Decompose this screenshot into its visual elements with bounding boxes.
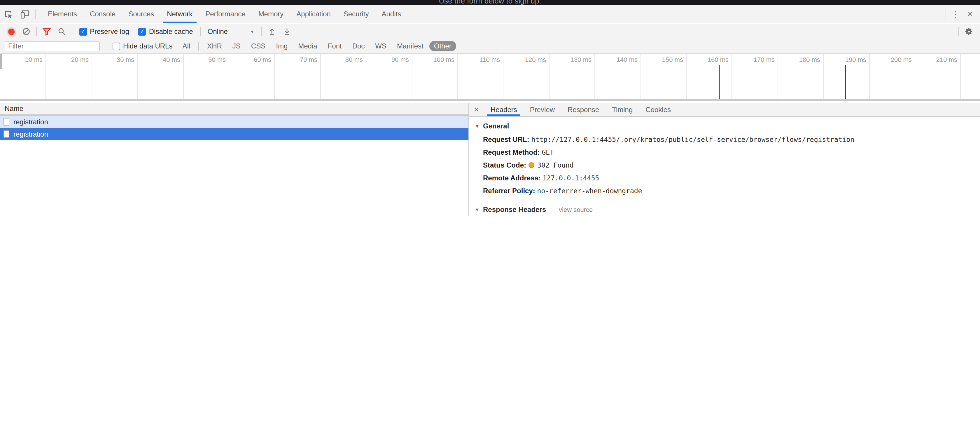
details-tab[interactable]: Cookies	[639, 103, 677, 116]
devtools-tab[interactable]: Memory	[252, 5, 290, 23]
timeline-tick-label: 200 ms	[891, 56, 912, 63]
details-tab[interactable]: Headers	[484, 103, 523, 116]
checkbox-unchecked-icon	[113, 42, 120, 50]
timeline-tick-label: 140 ms	[617, 56, 638, 63]
general-section-header[interactable]: ▼ General	[475, 120, 974, 132]
timeline-gridline	[366, 54, 366, 99]
devtools-tab[interactable]: Performance	[199, 5, 252, 23]
filter-pill[interactable]: WS	[371, 41, 391, 51]
filter-input[interactable]	[5, 41, 100, 51]
filter-pill[interactable]: CSS	[247, 41, 270, 51]
details-tab[interactable]: Preview	[523, 103, 561, 116]
import-har-icon[interactable]	[264, 25, 279, 38]
filter-pill[interactable]: All	[178, 41, 195, 51]
preserve-log-label: Preserve log	[90, 27, 129, 36]
filter-pill[interactable]: Doc	[348, 41, 369, 51]
timeline-gridline	[320, 54, 321, 99]
devtools-tab[interactable]: Elements	[41, 5, 83, 23]
timeline-tick-label: 50 ms	[208, 56, 226, 63]
close-devtools-icon[interactable]: ×	[963, 9, 978, 19]
inspect-element-icon[interactable]	[0, 5, 16, 23]
timeline-gridline	[137, 54, 138, 99]
divider	[946, 10, 946, 19]
column-header-name[interactable]: Name	[0, 103, 468, 116]
timeline-gridline	[823, 54, 824, 99]
search-icon[interactable]	[54, 25, 69, 38]
timeline-tick-label: 180 ms	[799, 56, 820, 63]
timeline-tick-label: 70 ms	[300, 56, 317, 63]
headers-panel: ▼ General Request URL: http://127.0.0.1:…	[469, 117, 980, 216]
timeline-tick-label: 210 ms	[936, 56, 957, 63]
record-icon[interactable]	[3, 25, 19, 38]
request-row[interactable]: registration	[0, 116, 468, 128]
devtools-tab[interactable]: Audits	[375, 5, 407, 23]
filter-pill[interactable]: Manifest	[392, 41, 428, 51]
timeline-tick-label: 30 ms	[117, 56, 134, 63]
throttling-value: Online	[208, 27, 228, 36]
network-main: Name registration registration 2 / 10 re…	[0, 103, 980, 216]
header-line: Remote Address: 127.0.0.1:4455	[483, 172, 974, 185]
filter-pill[interactable]: Media	[293, 41, 322, 51]
hide-data-urls-checkbox[interactable]: Hide data URLs	[113, 42, 172, 50]
device-toolbar-icon[interactable]	[16, 5, 33, 23]
timeline-tick-label: 10 ms	[25, 56, 43, 63]
filter-pill[interactable]: XHR	[202, 41, 227, 51]
more-options-icon[interactable]: ⋮	[948, 10, 963, 19]
overview-handle[interactable]	[0, 54, 2, 69]
disable-cache-label: Disable cache	[149, 27, 193, 36]
throttling-dropdown[interactable]: Online ▼	[208, 27, 255, 36]
preserve-log-checkbox[interactable]: ✓ Preserve log	[80, 27, 129, 36]
settings-gear-icon[interactable]	[961, 25, 977, 38]
network-overview[interactable]: 10 ms20 ms30 ms40 ms50 ms60 ms70 ms80 ms…	[0, 54, 980, 101]
timeline-gridline	[732, 54, 732, 99]
timeline-tick-label: 170 ms	[754, 56, 775, 63]
filter-pill[interactable]: Font	[323, 41, 347, 51]
timeline-tick-label: 40 ms	[163, 56, 180, 63]
network-filterbar: Hide data URLs All XHRJSCSSImgMediaFontD…	[0, 39, 980, 54]
devtools-tab[interactable]: Console	[83, 5, 122, 23]
devtools-tab[interactable]: Security	[337, 5, 375, 23]
network-toolbar: ✓ Preserve log ✓ Disable cache Online ▼	[0, 24, 980, 39]
close-details-icon[interactable]: ×	[469, 105, 484, 114]
devtools-tabs: ElementsConsoleSourcesNetworkPerformance…	[41, 5, 407, 23]
timeline-gridline	[229, 54, 229, 99]
filter-pill[interactable]: JS	[228, 41, 245, 51]
timeline-gridline	[915, 54, 915, 99]
divider	[200, 27, 200, 36]
filter-pill[interactable]: Other	[430, 41, 456, 51]
timeline-tick-label: 160 ms	[708, 56, 729, 63]
response-headers-section-header[interactable]: ▼ Response Headers view source	[475, 204, 974, 215]
devtools-tabbar: ElementsConsoleSourcesNetworkPerformance…	[0, 5, 980, 23]
request-name: registration	[13, 130, 48, 138]
timeline-tick-label: 130 ms	[571, 56, 592, 63]
details-tab[interactable]: Response	[561, 103, 606, 116]
timeline-gridline	[412, 54, 412, 99]
filter-pill[interactable]: Img	[271, 41, 292, 51]
checkbox-checked-icon: ✓	[80, 28, 87, 35]
header-line: Request URL: http://127.0.0.1:4455/.ory/…	[483, 133, 974, 146]
details-tab[interactable]: Timing	[606, 103, 639, 116]
section-title: Response Headers	[483, 206, 546, 214]
view-source-link[interactable]: view source	[559, 206, 593, 213]
timeline-tick-label: 110 ms	[479, 56, 500, 63]
timeline-tick-label: 190 ms	[845, 56, 866, 63]
hide-data-urls-label: Hide data URLs	[123, 42, 172, 50]
request-name: registration	[13, 118, 48, 126]
details-tabbar: × HeadersPreviewResponseTimingCookies	[469, 103, 980, 117]
request-row[interactable]: registration	[0, 128, 468, 140]
devtools-tab[interactable]: Network	[161, 5, 199, 23]
timeline-gridline	[594, 54, 595, 99]
tabbar-right: ⋮ ×	[943, 5, 980, 23]
timeline-gridline	[778, 54, 778, 99]
disable-cache-checkbox[interactable]: ✓ Disable cache	[138, 27, 193, 36]
devtools-tab[interactable]: Application	[290, 5, 337, 23]
request-table: Name registration registration 2 / 10 re…	[0, 103, 468, 216]
export-har-icon[interactable]	[279, 25, 294, 38]
divider	[35, 10, 36, 19]
divider	[261, 27, 262, 36]
filter-funnel-icon[interactable]	[39, 25, 54, 38]
clear-icon[interactable]	[19, 25, 34, 38]
timeline-gridline	[457, 54, 458, 99]
devtools-tab[interactable]: Sources	[122, 5, 161, 23]
timeline-gridline	[641, 54, 641, 99]
